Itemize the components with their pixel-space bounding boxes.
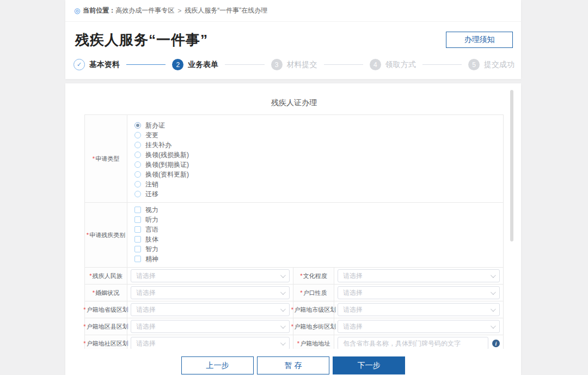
- radio-icon: [134, 132, 141, 138]
- street-select[interactable]: 请选择: [338, 320, 500, 333]
- select-placeholder: 请选择: [136, 288, 156, 298]
- required-asterisk: *: [93, 289, 95, 296]
- radio-group: 新办证 变更 挂失补办 换领(残损换新) 换领(到期换证) 换领(资料更新) 注…: [127, 115, 503, 202]
- select-placeholder: 请选择: [343, 322, 363, 331]
- breadcrumb-separator: >: [177, 7, 181, 15]
- chevron-down-icon: [280, 306, 286, 312]
- field-label: *婚姻状况: [85, 285, 127, 301]
- field-label-text: 文化程度: [303, 272, 327, 280]
- step-business-form: 2 业务表单: [172, 59, 218, 70]
- checkbox-option[interactable]: 听力: [134, 215, 503, 225]
- city-select[interactable]: 请选择: [338, 303, 500, 316]
- step-connector: [126, 64, 166, 65]
- field-label: *户籍地社区区划: [85, 335, 127, 349]
- form-row: *婚姻状况 请选择 *户口性质 请选择: [85, 284, 503, 301]
- form-row-apply-type: * 申请类型 新办证 变更 挂失补办 换领(残损换新) 换领(到期换证) 换领(…: [85, 115, 503, 202]
- field-label-text: 户口性质: [303, 289, 327, 297]
- required-asterisk: *: [300, 273, 302, 279]
- select-placeholder: 请选择: [343, 305, 363, 314]
- title-row: 残疾人服务“一件事” 办理须知: [65, 22, 521, 53]
- form-scroll-area: 残疾人证办理 * 申请类型 新办证 变更 挂失补办: [65, 83, 521, 349]
- checkbox-label: 肢体: [145, 235, 158, 244]
- radio-option[interactable]: 挂失补办: [134, 140, 503, 150]
- select-placeholder: 请选择: [136, 271, 156, 281]
- required-asterisk: *: [291, 306, 293, 313]
- education-select[interactable]: 请选择: [338, 269, 500, 282]
- chevron-down-icon: [280, 289, 286, 295]
- field-label: * 申请残疾类别: [85, 203, 127, 267]
- field-cell: 请选择: [127, 268, 293, 284]
- form-table: * 申请类型 新办证 变更 挂失补办 换领(残损换新) 换领(到期换证) 换领(…: [84, 114, 504, 349]
- household-type-select[interactable]: 请选择: [338, 286, 500, 299]
- radio-label: 注销: [145, 180, 158, 189]
- radio-option[interactable]: 换领(资料更新): [134, 170, 503, 179]
- field-cell: 请选择: [334, 301, 503, 318]
- breadcrumb-link-zone[interactable]: 高效办成一件事专区: [115, 6, 174, 15]
- checkbox-label: 听力: [145, 215, 158, 225]
- field-label-text: 户籍地乡街区划: [294, 323, 336, 331]
- select-placeholder: 请选择: [136, 322, 156, 331]
- field-label-text: 户籍地市级区划: [294, 306, 336, 314]
- radio-option[interactable]: 换领(到期换证): [134, 160, 503, 170]
- radio-label: 换领(到期换证): [145, 160, 189, 170]
- notice-button[interactable]: 办理须知: [446, 32, 513, 48]
- radio-option[interactable]: 换领(残损换新): [134, 150, 503, 160]
- footer-buttons: 上一步 暂 存 下一步: [65, 356, 521, 374]
- select-placeholder: 请选择: [343, 288, 363, 298]
- county-select[interactable]: 请选择: [131, 320, 290, 333]
- breadcrumb: ◎ 当前位置： 高效办成一件事专区 > 残疾人服务“一件事”在线办理: [65, 0, 521, 22]
- radio-icon: [134, 152, 141, 158]
- marital-status-select[interactable]: 请选择: [131, 286, 290, 299]
- field-label: *残疾人民族: [85, 268, 127, 284]
- form-row: *户籍地省级区划 请选择 *户籍地市级区划 请选择: [85, 301, 503, 318]
- field-label-text: 户籍地社区区划: [87, 340, 128, 348]
- chevron-down-icon: [491, 323, 496, 329]
- step-number: 5: [468, 59, 480, 70]
- field-label-text: 户籍地区县区划: [87, 323, 128, 331]
- checkbox-icon: [134, 246, 141, 252]
- checkbox-icon: [134, 216, 141, 223]
- field-label: *户籍地地址: [293, 335, 334, 349]
- breadcrumb-link-current[interactable]: 残疾人服务“一件事”在线办理: [185, 6, 267, 15]
- radio-option[interactable]: 变更: [134, 130, 503, 140]
- checkbox-option[interactable]: 视力: [134, 205, 503, 215]
- save-draft-button[interactable]: 暂 存: [257, 356, 329, 374]
- radio-icon: [134, 142, 141, 148]
- field-cell: i: [334, 335, 503, 349]
- step-check-icon: ✓: [74, 59, 85, 70]
- checkbox-icon: [134, 236, 141, 243]
- step-label: 领取方式: [385, 60, 416, 70]
- checkbox-option[interactable]: 言语: [134, 225, 503, 234]
- step-label: 业务表单: [188, 60, 218, 70]
- breadcrumb-label: 当前位置：: [83, 6, 115, 15]
- ethnicity-select[interactable]: 请选择: [131, 269, 290, 282]
- community-select[interactable]: 请选择: [131, 337, 290, 349]
- radio-icon: [134, 161, 141, 168]
- radio-label: 挂失补办: [145, 141, 171, 150]
- step-pickup-method: 4 领取方式: [370, 59, 416, 70]
- radio-selected-icon: [134, 122, 141, 129]
- checkbox-icon: [134, 226, 141, 233]
- radio-option[interactable]: 新办证: [134, 120, 503, 130]
- form-row: *户籍地社区区划 请选择 *户籍地地址 i: [85, 335, 503, 349]
- radio-option[interactable]: 迁移: [134, 189, 503, 199]
- province-select[interactable]: 请选择: [131, 303, 290, 316]
- step-label: 基本资料: [89, 60, 120, 70]
- checkbox-label: 精神: [145, 255, 158, 264]
- field-label: *户籍地区县区划: [85, 318, 127, 335]
- step-label: 材料提交: [287, 60, 317, 70]
- checkbox-option[interactable]: 智力: [134, 244, 503, 254]
- required-asterisk: *: [83, 340, 85, 347]
- info-icon[interactable]: i: [492, 340, 500, 347]
- field-label: *户籍地乡街区划: [293, 318, 334, 335]
- checkbox-icon: [134, 256, 141, 262]
- scrollbar-thumb[interactable]: [510, 90, 513, 241]
- field-label-text: 残疾人民族: [93, 272, 122, 280]
- prev-step-button[interactable]: 上一步: [181, 356, 254, 374]
- address-input[interactable]: [338, 337, 488, 349]
- next-step-button[interactable]: 下一步: [333, 356, 405, 374]
- checkbox-icon: [134, 207, 141, 213]
- checkbox-option[interactable]: 精神: [134, 254, 503, 264]
- checkbox-option[interactable]: 肢体: [134, 234, 503, 244]
- radio-option[interactable]: 注销: [134, 179, 503, 189]
